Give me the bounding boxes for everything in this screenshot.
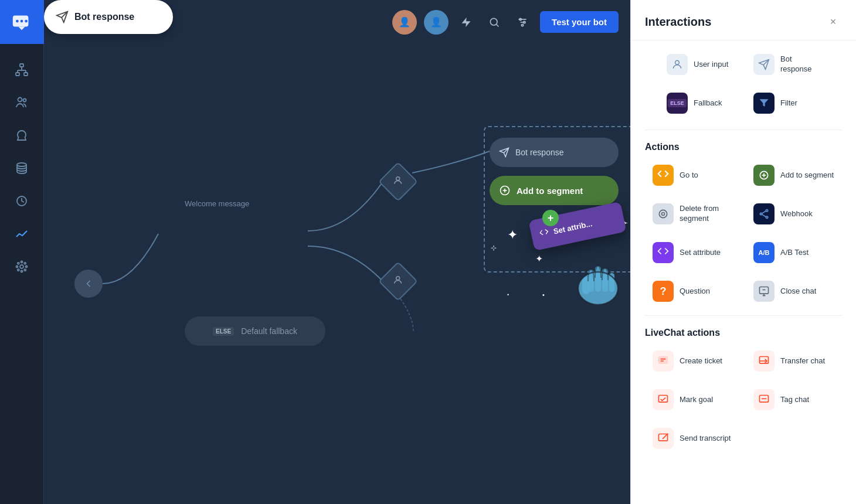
add-to-segment-node[interactable]: Add to segment: [490, 176, 619, 205]
divider-1: [645, 130, 842, 130]
webhook-label: Webhook: [780, 209, 813, 219]
left-handle[interactable]: [74, 270, 103, 298]
sidebar-item-brain[interactable]: [8, 121, 36, 149]
svg-point-34: [521, 24, 523, 26]
svg-point-51: [675, 60, 680, 64]
svg-point-3: [25, 19, 28, 22]
sparkle-4: ⊹: [491, 244, 497, 252]
user-icon-2: [393, 275, 403, 285]
arrow-left-icon: [83, 278, 94, 290]
panel-item-delete-segment[interactable]: Delete from segment: [645, 197, 741, 231]
panel-item-mark-goal[interactable]: Mark goal: [645, 383, 741, 417]
svg-point-19: [21, 271, 23, 273]
set-attribute-dragged-card[interactable]: Set attrib...: [528, 202, 626, 251]
test-bot-button[interactable]: Test your bot: [540, 11, 619, 33]
panel-item-add-to-segment[interactable]: Add to segment: [746, 158, 842, 192]
panel-item-transfer-chat[interactable]: Transfer chat: [746, 344, 842, 378]
sidebar-item-org[interactable]: [8, 56, 36, 84]
go-to-icon: [653, 165, 674, 186]
svg-point-17: [20, 265, 23, 268]
send-transcript-label: Send transcript: [680, 434, 731, 444]
panel-item-tag-chat[interactable]: Tag chat: [746, 383, 842, 417]
panel-item-set-attribute[interactable]: Set attribute: [645, 236, 741, 270]
svg-point-11: [18, 98, 22, 102]
plus-bubble: +: [542, 210, 559, 226]
ab-test-label: A/B Test: [780, 248, 809, 258]
panel-item-ab-test[interactable]: A/B A/B Test: [746, 236, 842, 270]
svg-rect-6: [24, 73, 28, 76]
svg-marker-26: [462, 17, 471, 27]
sidebar-item-analytics[interactable]: [8, 220, 36, 248]
svg-line-63: [762, 214, 766, 217]
svg-point-33: [524, 21, 525, 23]
livechat-section-title: LiveChat actions: [631, 318, 856, 344]
diamond-connector-bottom[interactable]: [384, 267, 412, 295]
panel-item-bot-response[interactable]: Bot response: [746, 47, 828, 81]
sidebar-item-history[interactable]: [8, 187, 36, 215]
avatar-2: 👤: [424, 10, 449, 35]
sidebar-item-users[interactable]: [8, 88, 36, 117]
panel-item-user-input[interactable]: User input: [659, 47, 741, 81]
panel-header: Interactions ×: [631, 0, 856, 40]
sidebar-item-database[interactable]: [8, 154, 36, 182]
else-badge: ELSE: [213, 327, 234, 336]
svg-point-1: [16, 19, 19, 22]
avatar-1: 👤: [392, 10, 417, 35]
canvas-area[interactable]: 👤 👤 Test your bot Welcome message Bot re…: [44, 0, 630, 504]
panel-bottom-spacer: [631, 460, 856, 474]
fallback-label: Fallback: [694, 98, 722, 108]
question-icon: ?: [653, 281, 674, 302]
tag-chat-label: Tag chat: [780, 395, 809, 405]
bot-response-label: Bot response: [780, 55, 820, 74]
set-attribute-label: Set attribute: [680, 248, 721, 258]
mark-goal-icon: [653, 389, 674, 410]
svg-point-57: [659, 210, 667, 217]
sparkle-6: •: [507, 292, 509, 298]
app-logo[interactable]: [0, 0, 44, 44]
flash-icon[interactable]: [456, 12, 477, 33]
svg-point-22: [18, 263, 19, 264]
panel-item-close-chat[interactable]: Close chat: [746, 274, 842, 308]
transfer-chat-label: Transfer chat: [780, 356, 825, 366]
fallback-node[interactable]: ELSE Default fallback: [185, 316, 325, 346]
svg-point-20: [16, 266, 18, 268]
panel-item-go-to[interactable]: Go to: [645, 158, 741, 192]
set-attr-label: Set attrib...: [552, 219, 593, 236]
panel-item-webhook[interactable]: Webhook: [746, 197, 842, 231]
svg-rect-49: [582, 277, 590, 294]
actions-section-title: Actions: [631, 132, 856, 158]
logo-icon: [11, 11, 33, 33]
bot-response-icon: [753, 54, 775, 75]
create-ticket-label: Create ticket: [680, 356, 722, 366]
panel-item-send-transcript[interactable]: Send transcript: [645, 421, 741, 455]
divider-2: [645, 315, 842, 316]
ab-test-icon: A/B: [753, 242, 775, 263]
sidebar-item-settings[interactable]: [8, 253, 36, 281]
filter-icon: [753, 93, 775, 114]
close-chat-label: Close chat: [780, 287, 816, 297]
sparkle-1: ✦: [507, 227, 518, 243]
welcome-label: Welcome message: [185, 199, 249, 208]
panel-close-button[interactable]: ×: [824, 13, 842, 30]
svg-point-18: [21, 261, 23, 263]
connections-svg: [44, 0, 630, 504]
filter-label: Filter: [780, 98, 797, 108]
right-panel: Interactions × User input Bot response: [630, 0, 856, 504]
user-input-icon: [667, 54, 688, 75]
bot-response-small-node[interactable]: Bot response: [490, 138, 619, 167]
filter-sliders-icon[interactable]: [512, 12, 533, 33]
sparkle-5: •: [542, 291, 545, 298]
go-to-label: Go to: [680, 171, 698, 181]
panel-item-create-ticket[interactable]: Create ticket: [645, 344, 741, 378]
transfer-chat-icon: [753, 350, 775, 372]
question-label: Question: [680, 287, 710, 297]
svg-point-2: [21, 19, 23, 22]
panel-item-filter[interactable]: Filter: [746, 86, 828, 120]
search-icon[interactable]: [484, 12, 505, 33]
diamond-connector-top[interactable]: [384, 168, 412, 196]
panel-item-fallback[interactable]: ELSE Fallback: [659, 86, 741, 120]
delete-segment-icon: [653, 203, 674, 224]
tag-chat-icon: [753, 389, 775, 410]
panel-item-question[interactable]: ? Question: [645, 274, 741, 308]
svg-point-38: [396, 277, 400, 280]
